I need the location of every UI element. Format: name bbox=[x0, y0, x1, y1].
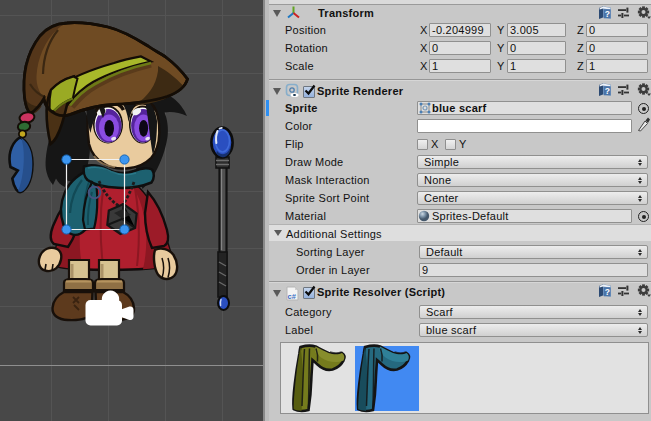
svg-text:c#: c# bbox=[288, 292, 297, 301]
